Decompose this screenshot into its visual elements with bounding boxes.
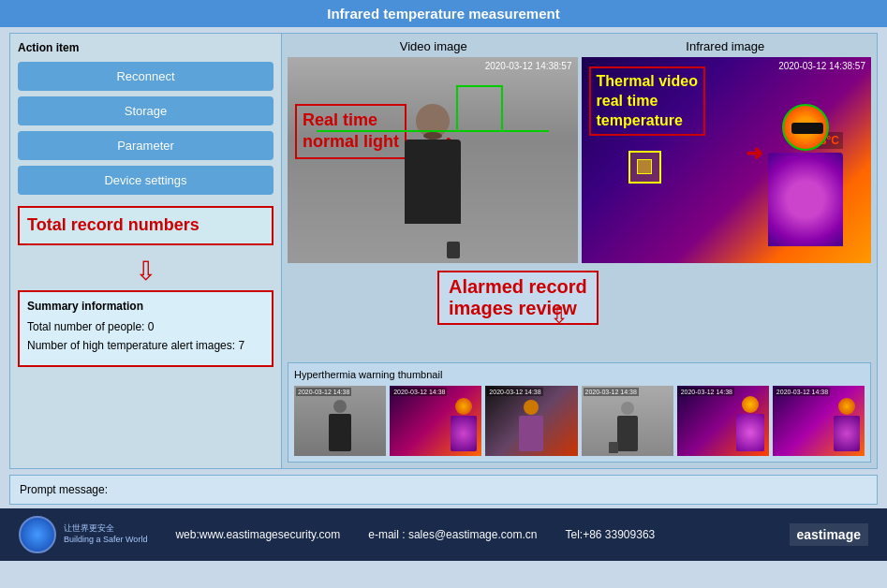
left-panel: Action item Reconnect Storage Parameter … (10, 34, 282, 468)
face-detection-box (456, 85, 503, 132)
logo-circle-icon (19, 516, 56, 553)
thumb-6-timestamp: 2020-03-12 14:38 (775, 388, 830, 396)
thumb-2-timestamp: 2020-03-12 14:38 (392, 388, 447, 396)
thumbnail-4[interactable]: 2020-03-12 14:38 (582, 386, 673, 456)
thumb-6-person (834, 398, 860, 451)
action-buttons: Reconnect Storage Parameter Device setti… (18, 62, 273, 195)
video-image-label: Video image (288, 39, 580, 53)
video-feeds-row: 2020-03-12 14:38:57 Real time normal lig… (288, 57, 871, 263)
summary-alerts: Number of high temperature alert images:… (27, 339, 264, 352)
thermal-person (759, 104, 852, 254)
logo-text-line1: 让世界更安全 (64, 523, 147, 535)
footer-info: web:www.eastimagesecurity.com e-mail : s… (175, 528, 655, 541)
total-record-arrow: ⇩ (18, 253, 273, 290)
content-row: Action item Reconnect Storage Parameter … (10, 34, 877, 468)
parameter-button[interactable]: Parameter (18, 131, 273, 160)
thumb-3-timestamp: 2020-03-12 14:38 (487, 388, 542, 396)
thermal-label-box: Thermal video real time temperature (589, 66, 705, 136)
camera-icon (447, 242, 460, 258)
thumbnails-header: Hyperthermia warning thumbnail (294, 369, 865, 380)
infrared-video-timestamp: 2020-03-12 14:38:57 (778, 61, 865, 71)
thumb-1-person (329, 400, 351, 451)
logo-subtext: Building a Safer World (64, 535, 147, 546)
normal-video-feed: 2020-03-12 14:38:57 Real time normal lig… (288, 57, 578, 263)
thumbnails-row: 2020-03-12 14:38 2020-03-12 14:38 (294, 386, 865, 456)
total-record-text: Total record numbers (27, 215, 264, 236)
thumbnail-1[interactable]: 2020-03-12 14:38 (294, 386, 386, 456)
alarmed-arrow-icon: ⇩ (550, 302, 569, 329)
thermal-label-line2: real time (597, 92, 698, 111)
brand-name: eastimage (797, 527, 861, 542)
logo-text: 让世界更安全 Building a Safer World (64, 523, 147, 545)
total-record-box: Total record numbers (18, 206, 273, 245)
thumb-1-timestamp: 2020-03-12 14:38 (296, 388, 351, 396)
prompt-label: Prompt message: (20, 483, 108, 496)
right-panel: Video image Infrared image 2020-03-12 14… (282, 34, 877, 468)
footer-website: web:www.eastimagesecurity.com (175, 528, 340, 541)
thumb-3-person (519, 400, 543, 451)
thermal-label-line1: Thermal video (597, 72, 698, 92)
thumbnail-3[interactable]: 2020-03-12 14:38 (485, 386, 577, 456)
action-item-label: Action item (18, 41, 273, 54)
summary-alerts-value: 7 (238, 339, 244, 352)
summary-alerts-label: Number of high temperature alert images: (27, 339, 235, 352)
infrared-image-label: Infrared image (580, 39, 872, 53)
thumbnail-6[interactable]: 2020-03-12 14:38 (773, 386, 865, 456)
thermal-label-line3: temperature (597, 111, 698, 131)
thermal-body (768, 153, 843, 246)
alarmed-label-line1: Alarmed record (449, 276, 587, 298)
prompt-bar: Prompt message: (9, 475, 878, 505)
footer-logo: 让世界更安全 Building a Safer World (19, 516, 147, 553)
normal-video-timestamp: 2020-03-12 14:38:57 (485, 61, 572, 71)
thumbnail-2[interactable]: 2020-03-12 14:38 (390, 386, 481, 456)
reconnect-button[interactable]: Reconnect (18, 62, 273, 91)
main-container: Action item Reconnect Storage Parameter … (9, 33, 878, 469)
summary-box: Summary information Total number of peop… (18, 290, 273, 367)
alarmed-record-section: Alarmed record images review ⇩ (288, 269, 871, 325)
footer-email: e-mail : sales@eastimage.com.cn (368, 528, 537, 541)
summary-people: Total number of people: 0 (27, 320, 264, 333)
arrow-down-icon: ⇩ (135, 258, 156, 285)
target-detection-box (628, 151, 661, 184)
video-headers: Video image Infrared image (288, 39, 871, 53)
device-settings-button[interactable]: Device settings (18, 166, 273, 195)
person-head (416, 104, 450, 138)
app-title-bar: Infrared temperature measurement (0, 0, 887, 27)
thumb-2-person (451, 398, 477, 451)
thumb-camera (609, 442, 618, 453)
realtime-label-line2: normal light (303, 131, 399, 153)
thumb-5-person (736, 396, 764, 451)
footer-phone: Tel:+86 33909363 (565, 528, 655, 541)
thermal-sunglasses (791, 123, 823, 134)
infrared-video-feed: 2020-03-12 14:38:57 Thermal video real t… (582, 57, 872, 263)
alarmed-label-box: Alarmed record images review (437, 271, 599, 325)
app-title: Infrared temperature measurement (327, 6, 559, 22)
footer-brand: eastimage (790, 523, 868, 546)
thumb-4-timestamp: 2020-03-12 14:38 (584, 388, 639, 396)
thumb-5-timestamp: 2020-03-12 14:38 (679, 388, 734, 396)
summary-title: Summary information (27, 300, 264, 313)
thumb-4-person (617, 402, 638, 451)
footer: 让世界更安全 Building a Safer World web:www.ea… (0, 508, 887, 561)
detection-green-line (317, 130, 549, 132)
summary-people-label: Total number of people: (27, 320, 144, 333)
person-body (405, 140, 461, 224)
storage-button[interactable]: Storage (18, 96, 273, 125)
thermal-head (782, 104, 829, 151)
summary-people-value: 0 (148, 320, 155, 333)
realtime-label-line1: Real time (303, 110, 399, 131)
thumbnails-section: Hyperthermia warning thumbnail 2020-03-1… (288, 362, 871, 463)
thumbnail-5[interactable]: 2020-03-12 14:38 (677, 386, 769, 456)
